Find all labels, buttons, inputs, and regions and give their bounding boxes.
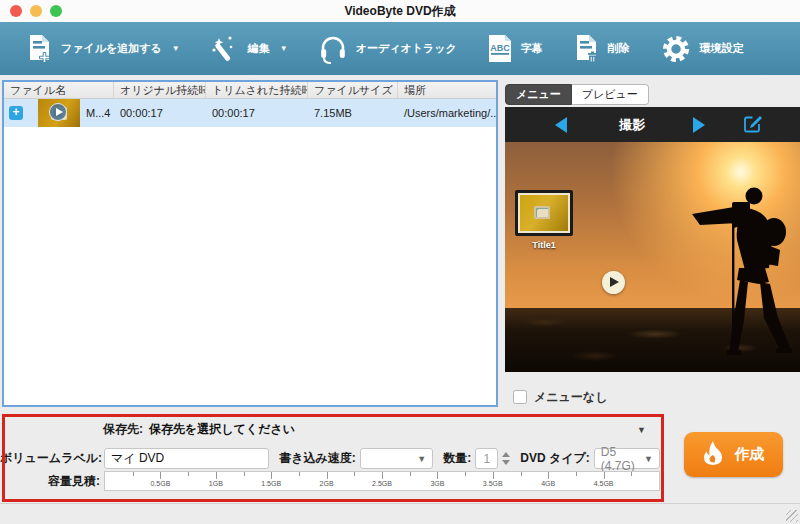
headphones-icon — [318, 33, 348, 65]
traffic-lights — [10, 5, 62, 17]
audio-track-label: オーディオトラック — [356, 41, 457, 56]
quantity-stepper[interactable] — [502, 452, 510, 465]
add-file-label: ファイルを追加する — [61, 41, 162, 56]
dvd-type-label: DVD タイプ: — [520, 450, 590, 467]
no-menu-row: メニューなし — [505, 380, 800, 414]
capacity-major-tick — [216, 472, 217, 479]
capacity-minor-tick — [244, 472, 245, 476]
capacity-row: 容量見積: 0.5GB1GB1.5GB2GB2.5GB3GB3.5GB4GB4.… — [0, 471, 660, 491]
no-menu-label: メニューなし — [534, 389, 607, 406]
capacity-minor-tick — [521, 472, 522, 476]
destination-select[interactable]: 保存先を選択してください — [149, 421, 637, 438]
capacity-tick-label: 3GB — [430, 480, 444, 487]
column-header-location[interactable]: 場所 — [398, 82, 496, 98]
quantity-label: 数量: — [443, 450, 471, 467]
capacity-tick-label: 0.5GB — [150, 480, 170, 487]
thumbnail-play-icon — [49, 103, 67, 121]
column-header-filename[interactable]: ファイル名 — [4, 82, 114, 98]
menu-title-thumbnail-image — [518, 193, 570, 233]
column-header-filesize[interactable]: ファイルサイズ — [308, 82, 398, 98]
column-header-trimmed-duration[interactable]: トリムされた持続時間 — [206, 82, 308, 98]
dvd-type-caret-icon: ▼ — [644, 454, 653, 464]
delete-file-icon — [573, 34, 600, 64]
magic-wand-icon — [210, 34, 240, 64]
capacity-tick-label: 2.5GB — [372, 480, 392, 487]
close-window-button[interactable] — [10, 5, 22, 17]
volume-label: ボリュームラベル: — [0, 450, 100, 467]
capacity-major-tick — [437, 472, 438, 479]
app-window: VideoByte DVD作成 ファイルを追加する ▼ 編集 ▼ オーディオトラ… — [0, 0, 800, 524]
audio-track-button[interactable]: オーディオトラック — [318, 33, 457, 65]
capacity-meter: 0.5GB1GB1.5GB2GB2.5GB3GB3.5GB4GB4.5GB — [104, 471, 660, 491]
capacity-major-tick — [604, 472, 605, 479]
delete-button[interactable]: 削除 — [573, 34, 630, 64]
tab-menu[interactable]: メニュー — [505, 84, 572, 105]
menu-play-icon[interactable] — [602, 271, 625, 294]
capacity-minor-tick — [631, 472, 632, 476]
dvd-type-value: D5 (4.7G) — [601, 445, 644, 473]
stepper-up-icon[interactable] — [502, 452, 510, 457]
resize-grip[interactable] — [786, 510, 798, 522]
subtitle-label: 字幕 — [521, 41, 543, 56]
previous-template-icon[interactable] — [555, 117, 567, 133]
create-button-label: 作成 — [735, 445, 765, 464]
burn-speed-label: 書き込み速度: — [279, 450, 356, 467]
burn-speed-caret-icon: ▼ — [417, 454, 426, 464]
capacity-tick-label: 1GB — [209, 480, 223, 487]
capacity-major-tick — [327, 472, 328, 479]
tab-preview[interactable]: プレビュー — [572, 84, 649, 105]
destination-row: 保存先: 保存先を選択してください ▼ — [0, 421, 660, 438]
edit-menu-icon[interactable] — [743, 113, 763, 137]
file-size-cell: 7.15MB — [308, 107, 398, 119]
window-title: VideoByte DVD作成 — [344, 3, 455, 20]
title-bar: VideoByte DVD作成 — [0, 0, 800, 22]
video-thumbnail[interactable] — [38, 99, 80, 127]
capacity-minor-tick — [410, 472, 411, 476]
menu-title-thumbnail[interactable] — [515, 190, 573, 236]
capacity-minor-tick — [465, 472, 466, 476]
next-template-icon[interactable] — [693, 117, 705, 133]
capacity-major-tick — [160, 472, 161, 479]
main-toolbar: ファイルを追加する ▼ 編集 ▼ オーディオトラック ABC 字幕 — [0, 22, 800, 75]
file-table-header: ファイル名 オリジナル持続時間 トリムされた持続時間 ファイルサイズ 場所 — [4, 82, 496, 99]
zoom-window-button[interactable] — [50, 5, 62, 17]
template-name: 撮影 — [619, 116, 645, 134]
capacity-tick-label: 4.5GB — [594, 480, 614, 487]
add-file-button[interactable]: ファイルを追加する ▼ — [26, 34, 180, 64]
volume-row: ボリュームラベル: マイ DVD 書き込み速度: ▼ 数量: 1 DVD タイプ… — [0, 448, 660, 469]
no-menu-checkbox[interactable] — [513, 390, 527, 404]
gear-icon — [660, 33, 692, 65]
status-bar — [0, 503, 800, 524]
settings-button[interactable]: 環境設定 — [660, 33, 744, 65]
destination-caret-icon[interactable]: ▼ — [637, 425, 646, 435]
volume-input[interactable]: マイ DVD — [104, 448, 269, 469]
quantity-input[interactable]: 1 — [475, 448, 498, 469]
table-row[interactable]: + M...4 00:00:17 00:00:17 7.15MB /Users/… — [4, 99, 496, 127]
menu-preview-image: Title1 — [505, 142, 800, 372]
photographer-silhouette — [690, 180, 800, 362]
file-list-pane: ファイル名 オリジナル持続時間 トリムされた持続時間 ファイルサイズ 場所 + … — [2, 80, 498, 407]
edit-button[interactable]: 編集 ▼ — [210, 34, 288, 64]
panel-tabs: メニュー プレビュー — [505, 84, 800, 105]
create-button[interactable]: 作成 — [684, 432, 783, 477]
file-name: M...4 — [86, 107, 110, 119]
capacity-major-tick — [548, 472, 549, 479]
add-audio-icon[interactable]: + — [9, 106, 23, 120]
capacity-label: 容量見積: — [0, 473, 100, 490]
destination-label: 保存先: — [0, 421, 143, 438]
delete-label: 削除 — [608, 41, 630, 56]
minimize-window-button[interactable] — [30, 5, 42, 17]
capacity-minor-tick — [188, 472, 189, 476]
stepper-down-icon[interactable] — [502, 460, 510, 465]
burn-settings-panel: 保存先: 保存先を選択してください ▼ ボリュームラベル: マイ DVD 書き込… — [0, 414, 800, 503]
edit-label: 編集 — [248, 41, 270, 56]
template-nav-bar: 撮影 — [505, 107, 800, 142]
dvd-type-select[interactable]: D5 (4.7G)▼ — [594, 448, 660, 469]
column-header-original-duration[interactable]: オリジナル持続時間 — [114, 82, 206, 98]
subtitle-button[interactable]: ABC 字幕 — [487, 34, 543, 64]
file-name-cell: + M...4 — [4, 99, 114, 127]
capacity-tick-label: 3.5GB — [483, 480, 503, 487]
capacity-major-tick — [271, 472, 272, 479]
burn-speed-select[interactable]: ▼ — [360, 448, 433, 469]
capacity-major-tick — [382, 472, 383, 479]
